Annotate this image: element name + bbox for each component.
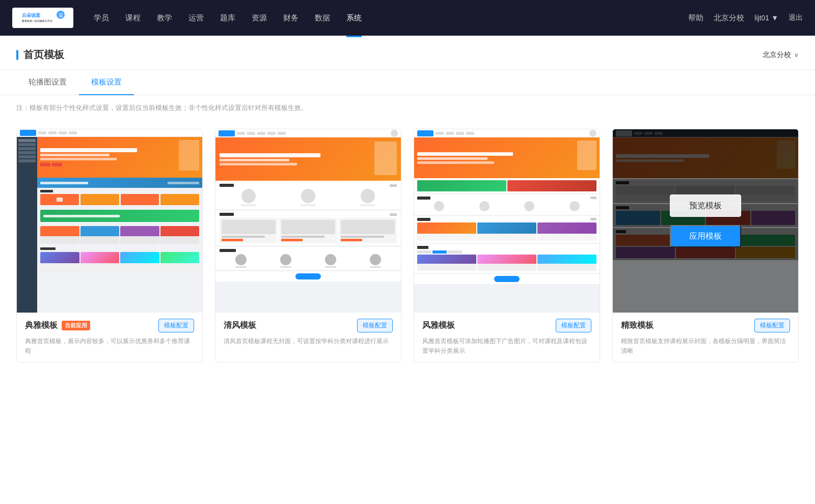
- nav-item-teaching[interactable]: 教学: [157, 11, 172, 25]
- nav-item-system[interactable]: 系统: [346, 11, 362, 25]
- nav-item-students[interactable]: 学员: [94, 11, 109, 25]
- svg-text:教育机构一站式服务云平台: 教育机构一站式服务云平台: [21, 19, 52, 22]
- template-title-row-4: 精致模板 模板配置: [621, 319, 790, 332]
- tab-template[interactable]: 模板设置: [79, 70, 134, 95]
- tabs-bar: 轮播图设置 模板设置: [0, 70, 815, 95]
- brand-logo-area: 云朵说堂 教育机构一站式服务云平台 云: [12, 8, 73, 28]
- logout-button[interactable]: 退出: [789, 13, 803, 22]
- svg-text:云朵说堂: 云朵说堂: [22, 13, 41, 18]
- config-button-2[interactable]: 模板配置: [357, 319, 393, 332]
- template-overlay: 预览模板 应用模板: [613, 129, 798, 313]
- nav-menu: 学员 课程 教学 运营 题库 资源 财务 数据 系统: [94, 11, 688, 25]
- template-card-4[interactable]: 预览模板 应用模板 精致模板 模板配置 精致首页模板支持课程展示封面，各模板分隔…: [612, 129, 799, 362]
- nav-item-data[interactable]: 数据: [315, 11, 330, 25]
- page-title: 首页模板: [16, 48, 64, 70]
- template-desc-2: 清风首页模板课程无封面，可设置按学科分类对课程进行展示: [224, 337, 393, 346]
- nav-item-courses[interactable]: 课程: [125, 11, 141, 25]
- template-desc-4: 精致首页模板支持课程展示封面，各模板分隔明显，界面简洁清晰: [621, 337, 790, 356]
- template-info-4: 精致模板 模板配置 精致首页模板支持课程展示封面，各模板分隔明显，界面简洁清晰: [613, 313, 798, 362]
- help-link[interactable]: 帮助: [688, 11, 703, 25]
- preview-template-button[interactable]: 预览模板: [670, 194, 741, 217]
- navbar: 云朵说堂 教育机构一站式服务云平台 云 学员 课程 教学 运营 题库 资源 财务…: [0, 0, 815, 36]
- config-button-4[interactable]: 模板配置: [754, 319, 790, 332]
- template-card-1[interactable]: 典雅模板 当前应用 模板配置 典雅首页模板，展示内容较多，可以展示优惠券和多个推…: [16, 129, 203, 362]
- template-info-3: 风雅模板 模板配置 风雅首页模板可添加轮播图下广告图片，可对课程及课程包设置学科…: [414, 313, 600, 362]
- nav-item-operations[interactable]: 运营: [188, 11, 204, 25]
- apply-template-button[interactable]: 应用模板: [670, 225, 741, 247]
- template-name-4: 精致模板: [621, 320, 654, 331]
- template-desc-1: 典雅首页模板，展示内容较多，可以展示优惠券和多个推荐课程: [25, 337, 194, 356]
- template-info-2: 清风模板 模板配置 清风首页模板课程无封面，可设置按学科分类对课程进行展示: [215, 313, 401, 352]
- template-card-3[interactable]: 风雅模板 模板配置 风雅首页模板可添加轮播图下广告图片，可对课程及课程包设置学科…: [414, 129, 600, 362]
- page-header: 首页模板 北京分校 ∨: [0, 36, 815, 70]
- template-preview-2: [215, 129, 401, 313]
- template-desc-3: 风雅首页模板可添加轮播图下广告图片，可对课程及课程包设置学科分类展示: [422, 337, 591, 356]
- brand-logo: 云朵说堂 教育机构一站式服务云平台 云: [12, 8, 73, 28]
- chevron-down-icon: ∨: [794, 51, 799, 59]
- template-title-row-1: 典雅模板 当前应用 模板配置: [25, 319, 194, 332]
- note-text: 注：模板有部分个性化样式设置，设置后仅当前模板生效；非个性化样式设置后针对所有模…: [0, 95, 815, 121]
- template-title-row-2: 清风模板 模板配置: [224, 319, 393, 332]
- branch-selector[interactable]: 北京分校 ∨: [763, 50, 799, 68]
- nav-right: 帮助 北京分校 lijt01 ▼ 退出: [688, 11, 803, 25]
- current-tag: 当前应用: [62, 321, 90, 330]
- template-preview-1: [17, 129, 202, 313]
- nav-item-finance[interactable]: 财务: [283, 11, 298, 25]
- page-container: 首页模板 北京分校 ∨ 轮播图设置 模板设置 注：模板有部分个性化样式设置，设置…: [0, 36, 815, 504]
- template-preview-4: 预览模板 应用模板: [613, 129, 798, 313]
- template-title-row-3: 风雅模板 模板配置: [422, 319, 591, 332]
- branch-link[interactable]: 北京分校: [714, 11, 744, 25]
- template-name-2: 清风模板: [224, 320, 256, 331]
- svg-text:云: 云: [59, 13, 63, 18]
- template-card-2[interactable]: 清风模板 模板配置 清风首页模板课程无封面，可设置按学科分类对课程进行展示: [215, 129, 401, 362]
- templates-grid: 典雅模板 当前应用 模板配置 典雅首页模板，展示内容较多，可以展示优惠券和多个推…: [0, 121, 815, 383]
- template-name-3: 风雅模板: [422, 320, 455, 331]
- template-name-1: 典雅模板 当前应用: [25, 320, 90, 331]
- template-info-1: 典雅模板 当前应用 模板配置 典雅首页模板，展示内容较多，可以展示优惠券和多个推…: [17, 313, 202, 362]
- config-button-3[interactable]: 模板配置: [556, 319, 591, 332]
- config-button-1[interactable]: 模板配置: [158, 319, 194, 332]
- nav-item-resources[interactable]: 资源: [252, 11, 267, 25]
- nav-item-questions[interactable]: 题库: [220, 11, 235, 25]
- tab-carousel[interactable]: 轮播图设置: [16, 70, 79, 95]
- template-preview-3: [414, 129, 600, 313]
- user-menu[interactable]: lijt01 ▼: [754, 14, 778, 22]
